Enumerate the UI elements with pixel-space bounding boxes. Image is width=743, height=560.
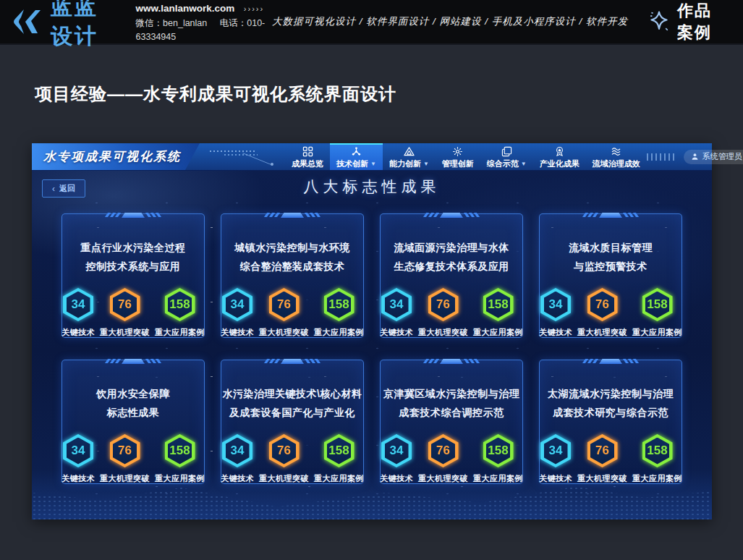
- card-top-emblem: [425, 213, 478, 219]
- badge-label: 重大应用案例: [632, 473, 682, 484]
- hexagon-icon: 34: [63, 434, 93, 467]
- hexagon-icon: 34: [222, 288, 252, 321]
- panel-nav-items: 成果总览 技术创新 ▼ 能力创新 ▼ 管理创新 综合示范 ▼: [285, 143, 647, 170]
- achievement-card-5[interactable]: 饮用水安全保障 标志性成果 34 关键技术 76 重大机理突破: [61, 360, 205, 484]
- badge-value: 76: [277, 444, 291, 458]
- badge-value: 34: [390, 444, 404, 458]
- hexagon-icon: 76: [587, 434, 618, 467]
- card-title-line2: 与监控预警技术: [574, 257, 648, 276]
- achievement-card-1[interactable]: 重点行业水污染全过程 控制技术系统与应用 34 关键技术 76 重大机理突破: [61, 213, 205, 338]
- achievement-card-2[interactable]: 城镇水污染控制与水环境 综合整治整装成套技术 34 关键技术 76 重大机理突破: [221, 213, 364, 338]
- lanlan-logo-icon: [12, 7, 43, 36]
- grid-icon: [302, 146, 313, 157]
- hexagon-icon: 76: [587, 288, 618, 321]
- stat-badge: 76 重大机理突破: [577, 288, 627, 338]
- badge-value: 158: [488, 444, 508, 458]
- content-title: 八大标志性成果: [32, 177, 712, 197]
- card-title-line1: 城镇水污染控制与水环境: [234, 238, 350, 257]
- triangle-icon: [404, 146, 415, 157]
- hexagon-icon: 34: [381, 288, 412, 321]
- card-title-line2: 成套技术综合调控示范: [399, 403, 504, 422]
- stat-badge: 34 关键技术: [61, 434, 95, 484]
- hexagon-icon: 34: [381, 434, 412, 467]
- nav-right: 系统管理员: [647, 143, 743, 170]
- contact-block: www.lanlanwork.com ››››› 微信：ben_lanlan 电…: [136, 0, 272, 44]
- wechat-label: 微信：: [136, 18, 164, 28]
- badge-label: 重大应用案例: [155, 473, 205, 484]
- arrow-decor: ›››››: [244, 4, 264, 13]
- badge-label: 关键技术: [380, 327, 413, 338]
- achievement-card-7[interactable]: 京津冀区域水污染控制与治理 成套技术综合调控示范 34 关键技术 76 重大机理…: [380, 360, 523, 484]
- nav-item-7[interactable]: 流域治理成效: [586, 143, 647, 170]
- badge-value: 158: [647, 444, 667, 458]
- stat-badge: 158 重大应用案例: [314, 434, 364, 484]
- hexagon-icon: 76: [269, 434, 300, 467]
- badge-label: 关键技术: [380, 473, 413, 484]
- card-title-line1: 流域水质目标管理: [569, 238, 653, 257]
- card-top-emblem: [584, 213, 637, 219]
- chevron-down-icon: ▼: [423, 161, 429, 167]
- badge-label: 重大应用案例: [314, 327, 364, 338]
- molecule-icon: [351, 146, 362, 157]
- stat-badge: 158 重大应用案例: [632, 288, 682, 338]
- badge-label: 重大机理突破: [577, 327, 627, 338]
- services-list: 大数据可视化设计 / 软件界面设计 / 网站建设 / 手机及小程序设计 / 软件…: [272, 15, 628, 28]
- badge-value: 158: [328, 444, 349, 458]
- hexagon-icon: 34: [540, 288, 571, 321]
- nav-item-4[interactable]: 管理创新: [436, 143, 480, 170]
- stat-badge: 34 关键技术: [221, 434, 254, 484]
- badge-label: 重大应用案例: [314, 473, 364, 484]
- back-button[interactable]: ‹ 返回: [42, 179, 85, 198]
- nav-item-3[interactable]: 能力创新 ▼: [383, 143, 436, 170]
- badge-value: 158: [328, 297, 349, 312]
- card-top-emblem: [106, 213, 160, 219]
- hexagon-icon: 158: [165, 434, 195, 467]
- stat-badge: 158 重大应用案例: [155, 434, 205, 484]
- wechat-value: ben_lanlan: [163, 18, 207, 28]
- badge-value: 158: [169, 297, 190, 312]
- stat-badge: 158 重大应用案例: [632, 434, 682, 484]
- chevron-down-icon: ▼: [370, 161, 376, 167]
- nav-item-2[interactable]: 技术创新 ▼: [330, 143, 383, 170]
- waves-icon: [611, 146, 621, 157]
- badge-label: 重大机理突破: [259, 473, 309, 484]
- badge-label: 重大应用案例: [632, 327, 682, 338]
- achievement-card-3[interactable]: 流域面源污染治理与水体 生态修复技术体系及应用 34 关键技术 76 重大机理突…: [380, 213, 523, 338]
- achievement-card-6[interactable]: 水污染治理关键技术\核心材料 及成套设备国产化与产业化 34 关键技术 76 重…: [221, 360, 364, 484]
- hexagon-icon: 34: [63, 288, 93, 321]
- stat-badge: 158 重大应用案例: [314, 288, 364, 338]
- badge-row: 34 关键技术 76 重大机理突破 158 重大应用案例: [380, 288, 523, 338]
- hexagon-icon: 34: [222, 434, 252, 467]
- card-top-emblem: [584, 359, 637, 365]
- hexagon-icon: 76: [428, 434, 459, 467]
- stat-badge: 158 重大应用案例: [155, 288, 205, 338]
- achievement-card-8[interactable]: 太湖流域水污染控制与治理 成套技术研究与综合示范 34 关键技术 76 重大机理…: [539, 360, 682, 484]
- stat-badge: 34 关键技术: [61, 288, 95, 338]
- nav-item-6[interactable]: 产业化成果: [533, 143, 586, 170]
- badge-row: 34 关键技术 76 重大机理突破 158 重大应用案例: [61, 434, 205, 484]
- nav-item-5[interactable]: 综合示范 ▼: [480, 143, 533, 170]
- badge-label: 重大机理突破: [259, 327, 309, 338]
- badge-value: 76: [277, 297, 291, 312]
- star-icon: [647, 9, 671, 34]
- hexagon-icon: 158: [483, 288, 514, 321]
- system-title: 水专项成果可视化系统: [32, 143, 200, 170]
- badge-label: 关键技术: [61, 473, 95, 484]
- badge-label: 关键技术: [539, 327, 572, 338]
- hexagon-icon: 76: [269, 288, 300, 321]
- badge-value: 76: [595, 297, 609, 312]
- card-top-emblem: [106, 359, 160, 365]
- card-title-line1: 水污染治理关键技术\核心材料: [223, 384, 362, 403]
- card-title-line2: 综合整治整装成套技术: [240, 257, 345, 276]
- website-link[interactable]: www.lanlanwork.com: [136, 3, 235, 14]
- badge-value: 76: [436, 297, 450, 312]
- admin-user-button[interactable]: 系统管理员: [684, 150, 743, 164]
- badge-value: 34: [231, 297, 245, 312]
- achievement-card-4[interactable]: 流域水质目标管理 与监控预警技术 34 关键技术 76 重大机理突破: [539, 213, 682, 338]
- nav-item-1[interactable]: 成果总览: [285, 143, 330, 170]
- brand[interactable]: 蓝蓝设计: [12, 0, 120, 51]
- portfolio-button[interactable]: 作品案例: [647, 0, 727, 43]
- back-label: 返回: [59, 183, 75, 194]
- stat-badge: 76 重大机理突破: [418, 434, 468, 484]
- stat-badge: 158 重大应用案例: [473, 434, 523, 484]
